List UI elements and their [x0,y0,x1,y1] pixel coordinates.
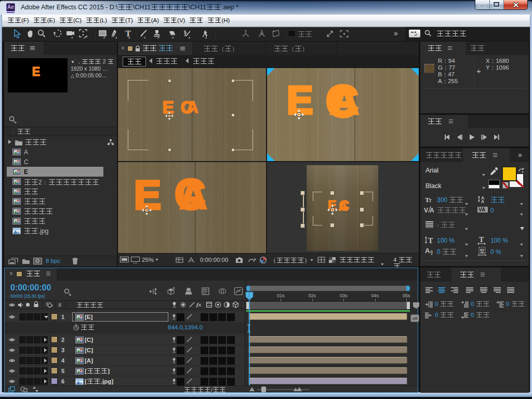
svg-text:a: a [430,249,433,254]
svg-text:A: A [481,199,484,204]
svg-text:A: A [425,247,430,255]
svg-text:VA: VA [478,207,485,212]
svg-text:堅: 堅 [480,248,485,254]
svg-text:A: A [430,207,434,214]
svg-text:T: T [429,198,432,203]
svg-text:V: V [424,207,428,214]
svg-text:T: T [428,237,433,245]
svg-text:T: T [479,236,484,244]
